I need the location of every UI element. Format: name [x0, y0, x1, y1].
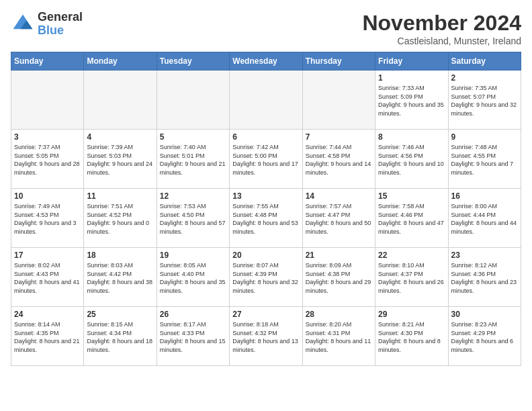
calendar-cell: 9Sunrise: 7:48 AM Sunset: 4:55 PM Daylig…	[448, 130, 521, 189]
calendar-cell: 18Sunrise: 8:03 AM Sunset: 4:42 PM Dayli…	[84, 248, 157, 307]
day-number: 2	[451, 73, 518, 83]
day-info: Sunrise: 7:35 AM Sunset: 5:07 PM Dayligh…	[451, 84, 518, 118]
calendar-cell	[84, 71, 157, 130]
logo-blue: Blue	[38, 24, 83, 38]
day-info: Sunrise: 8:05 AM Sunset: 4:40 PM Dayligh…	[160, 261, 226, 295]
calendar-cell: 13Sunrise: 7:55 AM Sunset: 4:48 PM Dayli…	[230, 189, 302, 248]
day-info: Sunrise: 8:00 AM Sunset: 4:44 PM Dayligh…	[451, 202, 518, 236]
calendar-cell: 30Sunrise: 8:23 AM Sunset: 4:29 PM Dayli…	[448, 307, 521, 366]
title-section: November 2024 Castleisland, Munster, Ire…	[362, 11, 521, 46]
day-info: Sunrise: 8:10 AM Sunset: 4:37 PM Dayligh…	[378, 261, 445, 295]
calendar-cell: 8Sunrise: 7:46 AM Sunset: 4:56 PM Daylig…	[375, 130, 448, 189]
header-saturday: Saturday	[448, 52, 521, 71]
calendar-cell: 21Sunrise: 8:09 AM Sunset: 4:38 PM Dayli…	[302, 248, 375, 307]
day-number: 17	[14, 250, 81, 260]
day-number: 28	[306, 310, 372, 319]
header: General Blue November 2024 Castleisland,…	[11, 11, 521, 46]
calendar-header-row: Sunday Monday Tuesday Wednesday Thursday…	[11, 52, 521, 71]
day-number: 6	[232, 132, 299, 142]
calendar-cell: 16Sunrise: 8:00 AM Sunset: 4:44 PM Dayli…	[448, 189, 521, 248]
day-info: Sunrise: 7:37 AM Sunset: 5:05 PM Dayligh…	[14, 143, 81, 177]
day-info: Sunrise: 7:46 AM Sunset: 4:56 PM Dayligh…	[378, 143, 445, 177]
day-number: 4	[87, 132, 153, 142]
day-info: Sunrise: 7:57 AM Sunset: 4:47 PM Dayligh…	[306, 202, 372, 236]
day-info: Sunrise: 7:33 AM Sunset: 5:09 PM Dayligh…	[378, 84, 445, 118]
day-number: 8	[378, 132, 445, 142]
location-title: Castleisland, Munster, Ireland	[362, 36, 521, 46]
calendar-cell: 2Sunrise: 7:35 AM Sunset: 5:07 PM Daylig…	[448, 71, 521, 130]
month-title: November 2024	[362, 11, 521, 36]
calendar-cell: 19Sunrise: 8:05 AM Sunset: 4:40 PM Dayli…	[157, 248, 229, 307]
day-number: 30	[451, 310, 518, 319]
calendar-cell: 29Sunrise: 8:21 AM Sunset: 4:30 PM Dayli…	[375, 307, 448, 366]
day-number: 22	[378, 250, 445, 260]
header-tuesday: Tuesday	[157, 52, 229, 71]
day-info: Sunrise: 7:42 AM Sunset: 5:00 PM Dayligh…	[232, 143, 299, 177]
calendar-cell: 15Sunrise: 7:58 AM Sunset: 4:46 PM Dayli…	[375, 189, 448, 248]
day-number: 21	[306, 250, 372, 260]
calendar-cell	[230, 71, 302, 130]
calendar-cell: 6Sunrise: 7:42 AM Sunset: 5:00 PM Daylig…	[230, 130, 302, 189]
day-number: 26	[160, 310, 226, 319]
day-info: Sunrise: 7:39 AM Sunset: 5:03 PM Dayligh…	[87, 143, 153, 177]
day-info: Sunrise: 8:20 AM Sunset: 4:31 PM Dayligh…	[306, 320, 372, 354]
day-number: 19	[160, 250, 226, 260]
calendar-cell: 5Sunrise: 7:40 AM Sunset: 5:01 PM Daylig…	[157, 130, 229, 189]
header-monday: Monday	[84, 52, 157, 71]
day-info: Sunrise: 8:23 AM Sunset: 4:29 PM Dayligh…	[451, 320, 518, 354]
calendar-cell: 17Sunrise: 8:02 AM Sunset: 4:43 PM Dayli…	[11, 248, 84, 307]
day-info: Sunrise: 8:07 AM Sunset: 4:39 PM Dayligh…	[232, 261, 299, 295]
day-info: Sunrise: 7:58 AM Sunset: 4:46 PM Dayligh…	[378, 202, 445, 236]
day-number: 5	[160, 132, 226, 142]
day-number: 7	[306, 132, 372, 142]
day-info: Sunrise: 8:03 AM Sunset: 4:42 PM Dayligh…	[87, 261, 153, 295]
calendar-cell	[157, 71, 229, 130]
header-friday: Friday	[375, 52, 448, 71]
calendar-cell	[11, 71, 84, 130]
calendar-cell: 12Sunrise: 7:53 AM Sunset: 4:50 PM Dayli…	[157, 189, 229, 248]
calendar-cell: 20Sunrise: 8:07 AM Sunset: 4:39 PM Dayli…	[230, 248, 302, 307]
day-info: Sunrise: 8:14 AM Sunset: 4:35 PM Dayligh…	[14, 320, 81, 354]
day-info: Sunrise: 8:18 AM Sunset: 4:32 PM Dayligh…	[232, 320, 299, 354]
calendar-cell: 26Sunrise: 8:17 AM Sunset: 4:33 PM Dayli…	[157, 307, 229, 366]
day-number: 16	[451, 191, 518, 201]
logo-general: General	[38, 11, 83, 24]
day-info: Sunrise: 7:51 AM Sunset: 4:52 PM Dayligh…	[87, 202, 153, 236]
day-number: 23	[451, 250, 518, 260]
header-sunday: Sunday	[11, 52, 84, 71]
calendar-cell: 27Sunrise: 8:18 AM Sunset: 4:32 PM Dayli…	[230, 307, 302, 366]
day-info: Sunrise: 7:49 AM Sunset: 4:53 PM Dayligh…	[14, 202, 81, 236]
day-number: 29	[378, 310, 445, 319]
calendar-cell: 7Sunrise: 7:44 AM Sunset: 4:58 PM Daylig…	[302, 130, 375, 189]
logo: General Blue	[11, 11, 83, 38]
calendar-cell	[302, 71, 375, 130]
day-info: Sunrise: 8:21 AM Sunset: 4:30 PM Dayligh…	[378, 320, 445, 354]
calendar-cell: 25Sunrise: 8:15 AM Sunset: 4:34 PM Dayli…	[84, 307, 157, 366]
day-info: Sunrise: 7:44 AM Sunset: 4:58 PM Dayligh…	[306, 143, 372, 177]
day-info: Sunrise: 8:09 AM Sunset: 4:38 PM Dayligh…	[306, 261, 372, 295]
day-number: 20	[232, 250, 299, 260]
day-info: Sunrise: 8:02 AM Sunset: 4:43 PM Dayligh…	[14, 261, 81, 295]
day-number: 10	[14, 191, 81, 201]
day-info: Sunrise: 8:15 AM Sunset: 4:34 PM Dayligh…	[87, 320, 153, 354]
calendar-cell: 10Sunrise: 7:49 AM Sunset: 4:53 PM Dayli…	[11, 189, 84, 248]
day-number: 3	[14, 132, 81, 142]
day-info: Sunrise: 7:48 AM Sunset: 4:55 PM Dayligh…	[451, 143, 518, 177]
day-number: 14	[306, 191, 372, 201]
day-info: Sunrise: 8:17 AM Sunset: 4:33 PM Dayligh…	[160, 320, 226, 354]
calendar-cell: 22Sunrise: 8:10 AM Sunset: 4:37 PM Dayli…	[375, 248, 448, 307]
day-number: 25	[87, 310, 153, 319]
week-row-3: 10Sunrise: 7:49 AM Sunset: 4:53 PM Dayli…	[11, 189, 521, 248]
week-row-4: 17Sunrise: 8:02 AM Sunset: 4:43 PM Dayli…	[11, 248, 521, 307]
calendar-cell: 24Sunrise: 8:14 AM Sunset: 4:35 PM Dayli…	[11, 307, 84, 366]
header-thursday: Thursday	[302, 52, 375, 71]
calendar-cell: 23Sunrise: 8:12 AM Sunset: 4:36 PM Dayli…	[448, 248, 521, 307]
calendar-cell: 11Sunrise: 7:51 AM Sunset: 4:52 PM Dayli…	[84, 189, 157, 248]
calendar-cell: 1Sunrise: 7:33 AM Sunset: 5:09 PM Daylig…	[375, 71, 448, 130]
day-number: 18	[87, 250, 153, 260]
week-row-5: 24Sunrise: 8:14 AM Sunset: 4:35 PM Dayli…	[11, 307, 521, 366]
day-info: Sunrise: 7:53 AM Sunset: 4:50 PM Dayligh…	[160, 202, 226, 236]
day-number: 11	[87, 191, 153, 201]
week-row-2: 3Sunrise: 7:37 AM Sunset: 5:05 PM Daylig…	[11, 130, 521, 189]
day-number: 12	[160, 191, 226, 201]
